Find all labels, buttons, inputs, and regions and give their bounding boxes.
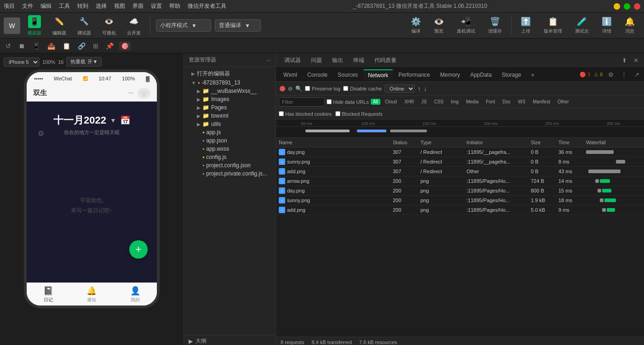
menu-item-help[interactable]: 帮助 xyxy=(169,2,180,10)
tab-debugger-bottom[interactable]: 调试器 xyxy=(280,55,305,66)
device-select[interactable]: iPhone 5 xyxy=(4,57,40,67)
menu-item-interface[interactable]: 界面 xyxy=(132,2,144,10)
phone-capsule-icon[interactable]: ⊙ xyxy=(138,88,150,98)
menu-item-wechat-devtools[interactable]: 微信开发者工具 xyxy=(188,2,226,10)
table-row[interactable]: i sunny.png 200 png :11895/Pages/Ho... 1… xyxy=(276,196,644,205)
maximize-button[interactable] xyxy=(624,3,630,10)
col-time[interactable]: Time xyxy=(558,140,586,145)
tab-console[interactable]: Console xyxy=(303,70,332,80)
media-filter-btn[interactable]: Media xyxy=(463,98,481,105)
file-pages[interactable]: ▶ 📁 Pages xyxy=(184,103,276,112)
img-filter-btn[interactable]: Img xyxy=(448,98,461,105)
link-icon[interactable]: 🔗 xyxy=(76,41,87,51)
tab-network[interactable]: Network xyxy=(363,69,393,80)
compile-selector[interactable]: 普通编译 ▼ xyxy=(215,19,261,32)
tab-storage[interactable]: Storage xyxy=(497,70,526,80)
menu-item-tools[interactable]: 工具 xyxy=(59,2,70,10)
compile-button[interactable]: ⚙️ 编译 xyxy=(405,15,426,36)
preserve-log-checkbox[interactable] xyxy=(305,86,310,91)
tab-sources[interactable]: Sources xyxy=(333,70,362,80)
version-mgr-button[interactable]: 📋 版本管理 xyxy=(538,15,568,36)
tab-wxml[interactable]: Wxml xyxy=(279,70,302,80)
menu-item-select[interactable]: 选择 xyxy=(96,2,107,10)
grid-icon[interactable]: ⊞ xyxy=(91,41,100,51)
hide-data-urls-checkbox[interactable] xyxy=(327,99,332,104)
file-open-editors[interactable]: ▶ 打开的编辑器 xyxy=(184,69,276,79)
menu-bar[interactable]: 项目 文件 编辑 工具 转到 选择 视图 界面 设置 帮助 微信开发者工具 xyxy=(4,2,226,10)
disable-cache-checkbox[interactable] xyxy=(343,86,348,91)
menu-item-view[interactable]: 视图 xyxy=(114,2,125,10)
css-filter-btn[interactable]: CSS xyxy=(431,98,447,105)
menu-item-file[interactable]: 文件 xyxy=(22,2,33,10)
other-filter-btn[interactable]: Other xyxy=(555,98,572,105)
menu-item-edit[interactable]: 编辑 xyxy=(40,2,52,10)
details-button[interactable]: ℹ️ 详情 xyxy=(596,15,617,36)
cloud-filter-btn[interactable]: Cloud xyxy=(382,98,400,105)
table-row[interactable]: i arrow.png 200 png :11895/Pages/Ho... 7… xyxy=(276,176,644,186)
phone-view-icon[interactable]: 📱 xyxy=(30,41,42,51)
minimize-button[interactable] xyxy=(614,3,620,10)
file-app-wxss[interactable]: ▪ app.wxss xyxy=(184,145,276,153)
col-waterfall[interactable]: Waterfall xyxy=(586,140,641,145)
phone-tab-diary[interactable]: 📓 日记 xyxy=(43,286,53,303)
phone-tab-mine[interactable]: 👤 我的 xyxy=(130,286,140,303)
tab-issues[interactable]: 问题 xyxy=(306,55,327,66)
file-app-js[interactable]: ▪ app.js xyxy=(184,128,276,136)
tab-more[interactable]: » xyxy=(527,70,539,80)
pin-icon[interactable]: 📌 xyxy=(104,41,115,51)
more-options-icon[interactable]: ⋮ xyxy=(619,70,629,79)
refresh-icon[interactable]: ↺ xyxy=(4,41,13,51)
menu-item-goto[interactable]: 转到 xyxy=(77,2,88,10)
phone-tab-notify[interactable]: 🔔 通知 xyxy=(86,286,97,303)
file-root-folder[interactable]: ▼ ▪ -872837891_13 xyxy=(184,79,276,87)
tab-performance[interactable]: Performance xyxy=(394,70,435,80)
blocked-requests-checkbox[interactable] xyxy=(335,111,340,116)
phone-gear-icon[interactable]: ⚙ xyxy=(38,129,44,138)
mode-selector[interactable]: 小程序模式 ▼ xyxy=(156,19,211,32)
net-filter-icon[interactable]: ⊖ xyxy=(288,85,293,92)
file-towxml[interactable]: ▶ 📁 towxml xyxy=(184,112,276,120)
js-filter-btn[interactable]: JS xyxy=(419,98,430,105)
settings-icon[interactable]: ⚙ xyxy=(606,70,615,79)
export-icon[interactable]: 📤 xyxy=(46,41,57,51)
toolbar-debugger[interactable]: 🔧 调试器 xyxy=(74,13,95,38)
file-manager-menu-icon[interactable]: ··· xyxy=(266,57,271,63)
filter-input[interactable] xyxy=(279,97,325,107)
has-blocked-cookies-checkbox[interactable] xyxy=(279,111,284,116)
file-wubasewxss[interactable]: ▶ 📁 __wuBaseWxss__ xyxy=(184,87,276,95)
tab-code-metrics[interactable]: 代码质量 xyxy=(370,55,401,66)
hot-reload-button[interactable]: 热重载 开▼ xyxy=(66,57,102,67)
toolbar-simulator[interactable]: 📱 模拟器 xyxy=(24,13,45,38)
record-button[interactable] xyxy=(280,86,285,91)
tab-memory[interactable]: Memory xyxy=(436,70,465,80)
col-initiator[interactable]: Initiator xyxy=(466,140,531,145)
copy-icon[interactable]: 📋 xyxy=(61,41,72,51)
col-type[interactable]: Type xyxy=(420,140,466,145)
file-config-js[interactable]: ▪ config.js xyxy=(184,153,276,161)
test-button[interactable]: 🧪 测试次 xyxy=(569,15,594,36)
table-row[interactable]: i sunny.png 307 / Redirect :11895/__page… xyxy=(276,157,644,167)
tab-output[interactable]: 输出 xyxy=(328,55,348,66)
close-button[interactable] xyxy=(634,3,640,10)
doc-filter-btn[interactable]: Doc xyxy=(500,98,513,105)
outline-collapse[interactable]: ▶ 大纲 xyxy=(184,335,276,345)
stop-icon[interactable]: ⏹ xyxy=(17,41,27,51)
target-icon[interactable]: 🎯 xyxy=(119,41,131,51)
real-device-button[interactable]: 📲 真机调试 xyxy=(451,15,481,36)
file-utils[interactable]: ▶ 📁 utils xyxy=(184,120,276,128)
devtools-close-icon[interactable]: ✕ xyxy=(632,56,640,65)
menu-item-project[interactable]: 项目 xyxy=(4,2,15,10)
toolbar-editor[interactable]: ✏️ 编辑器 xyxy=(49,13,70,38)
file-project-private[interactable]: ▪ project.private.config.js... xyxy=(184,170,276,178)
table-row[interactable]: i add.png 307 / Redirect Other 0 B 43 ms xyxy=(276,167,644,176)
messages-button[interactable]: 🔔 消息 xyxy=(619,15,640,36)
table-row[interactable]: i day.png 200 png :11895/Pages/Ho... 800… xyxy=(276,186,644,196)
file-images[interactable]: ▶ 📁 Images xyxy=(184,95,276,103)
ws-filter-btn[interactable]: WS xyxy=(515,98,528,105)
phone-fab[interactable]: + xyxy=(129,240,148,259)
toolbar-cloud[interactable]: ☁️ 云开发 xyxy=(123,13,144,38)
devtools-expand-icon[interactable]: ⬆ xyxy=(620,56,629,65)
net-search-icon[interactable]: 🔍 xyxy=(295,85,302,92)
window-controls[interactable] xyxy=(614,3,640,10)
col-status[interactable]: Status xyxy=(393,140,420,145)
